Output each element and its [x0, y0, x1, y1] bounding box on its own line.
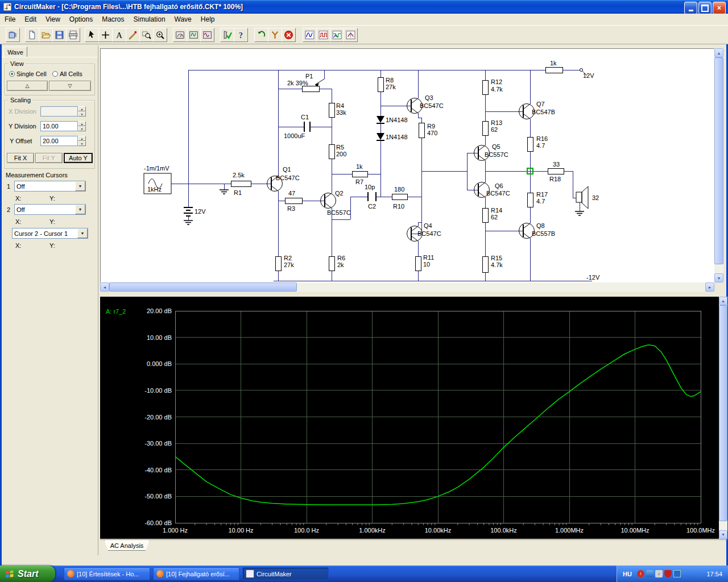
diode-symbol[interactable] [377, 133, 384, 140]
y-division-input[interactable] [40, 121, 78, 131]
resistor-symbol[interactable] [482, 80, 488, 94]
open-button[interactable] [39, 28, 53, 42]
text-button[interactable]: A [112, 28, 126, 42]
signal-generator-button[interactable] [200, 28, 214, 42]
resistor-symbol[interactable] [329, 144, 334, 159]
minimize-button[interactable] [684, 2, 697, 14]
resistor-symbol[interactable] [482, 208, 488, 222]
probe-tool-button[interactable] [268, 28, 282, 42]
y-division-spinner[interactable]: ▲▼ [78, 121, 86, 131]
tray-volume-icon[interactable]: ♪ [655, 570, 663, 577]
cell-up-button[interactable]: △ [7, 81, 48, 91]
save-button[interactable] [52, 28, 67, 42]
spin-down-icon[interactable]: ▼ [78, 126, 86, 131]
potentiometer-wiper[interactable] [315, 79, 324, 85]
help-button[interactable]: ? [234, 28, 248, 42]
tray-security-alert-icon[interactable]: ! [637, 570, 644, 577]
menu-simulation[interactable]: Simulation [129, 14, 170, 23]
speaker-symbol[interactable] [576, 192, 582, 202]
resistor-symbol[interactable] [545, 67, 562, 73]
resistor-symbol[interactable] [482, 256, 488, 272]
y-offset-input[interactable] [40, 136, 78, 146]
resistor-symbol[interactable] [392, 194, 407, 199]
resistor-symbol[interactable] [352, 171, 367, 177]
run-simulation-button[interactable] [220, 28, 234, 42]
cell-down-button[interactable]: ▽ [49, 81, 91, 91]
resistor-symbol[interactable] [231, 181, 251, 186]
chevron-down-icon[interactable]: ▼ [75, 181, 85, 191]
y-offset-spinner[interactable]: ▲▼ [78, 136, 86, 146]
multimeter-button[interactable] [173, 28, 187, 42]
x-division-input[interactable] [40, 106, 78, 117]
scroll-up-icon[interactable]: ▲ [719, 297, 727, 305]
task-button-1[interactable]: [10] Értesítések - Ho... [64, 567, 150, 580]
start-button[interactable]: Start [0, 566, 55, 582]
cell-waveforms-button[interactable] [344, 28, 358, 42]
schematic-vscrollbar[interactable]: ▲ ▼ [714, 48, 723, 282]
stop-simulation-button[interactable] [282, 28, 296, 42]
junction-button[interactable] [98, 28, 113, 42]
resistor-symbol[interactable] [378, 77, 383, 92]
scroll-left-icon[interactable]: ◄ [100, 282, 109, 292]
spin-up-icon[interactable]: ▲ [78, 136, 86, 141]
diode-symbol[interactable] [377, 116, 384, 123]
parts-button[interactable] [6, 28, 20, 42]
radio-all-cells[interactable]: All Cells [52, 70, 82, 77]
scroll-down-icon[interactable]: ▼ [719, 530, 727, 539]
tray-antivirus-icon[interactable] [664, 570, 672, 577]
analog-waveforms-button[interactable] [303, 28, 317, 42]
resistor-symbol[interactable] [482, 121, 488, 135]
print-button[interactable] [66, 28, 80, 42]
fit-x-button[interactable]: Fit X [7, 153, 34, 163]
resistor-symbol[interactable] [419, 123, 424, 138]
x-division-spinner[interactable]: ▲▼ [78, 106, 86, 117]
select-button[interactable] [85, 28, 99, 42]
resistor-symbol[interactable] [275, 256, 281, 271]
close-button[interactable]: × [713, 2, 726, 14]
task-button-3[interactable]: CircuitMaker [242, 567, 329, 580]
menu-help[interactable]: Help [196, 14, 220, 23]
chevron-down-icon[interactable]: ▼ [77, 228, 88, 238]
new-button[interactable] [25, 28, 39, 42]
scroll-down-icon[interactable]: ▼ [714, 273, 723, 282]
auto-y-button[interactable]: Auto Y [64, 153, 93, 163]
hscroll-thumb[interactable] [109, 282, 297, 292]
wave-tab[interactable]: Wave [3, 47, 27, 57]
mixed-waveforms-button[interactable] [330, 28, 344, 42]
schematic-hscrollbar[interactable]: ◄ ► [100, 282, 714, 292]
probe-button[interactable] [126, 28, 140, 42]
resistor-symbol[interactable] [527, 193, 533, 207]
resistor-symbol[interactable] [302, 86, 319, 92]
spin-up-icon[interactable]: ▲ [78, 106, 86, 111]
cursor2-select[interactable]: Off ▼ [14, 204, 86, 215]
chevron-down-icon[interactable]: ▼ [75, 205, 85, 214]
menu-macros[interactable]: Macros [97, 14, 129, 23]
spin-down-icon[interactable]: ▼ [78, 141, 86, 146]
resistor-symbol[interactable] [285, 198, 302, 203]
menu-file[interactable]: File [0, 14, 20, 23]
tray-clock[interactable]: 17:54 [706, 571, 722, 577]
scroll-right-icon[interactable]: ► [705, 282, 714, 292]
language-indicator[interactable]: HU [623, 571, 632, 577]
resistor-symbol[interactable] [548, 168, 564, 174]
waveform-plot[interactable]: 20.00 dB10.00 dB0.000 dB-10.00 dB-20.00 … [100, 297, 719, 539]
schematic-canvas[interactable]: P12k 39%R433kC11000uFR5200R827k1N41481N4… [101, 49, 714, 282]
tray-network-icon[interactable] [673, 570, 681, 577]
resistor-symbol[interactable] [415, 256, 421, 271]
vscroll-thumb[interactable] [719, 305, 727, 521]
menu-view[interactable]: View [41, 14, 65, 23]
radio-single-cell[interactable]: Single Cell [9, 70, 47, 77]
scroll-up-icon[interactable]: ▲ [714, 48, 723, 57]
resistor-symbol[interactable] [329, 103, 334, 117]
fit-y-button[interactable]: Fit Y [35, 153, 63, 163]
resistor-symbol[interactable] [329, 256, 334, 271]
zoom-button[interactable] [153, 28, 167, 42]
zoom-window-button[interactable] [139, 28, 154, 42]
maximize-button[interactable] [698, 2, 712, 14]
spin-down-icon[interactable]: ▼ [78, 111, 86, 117]
oscilloscope-button[interactable] [187, 28, 201, 42]
spin-up-icon[interactable]: ▲ [78, 121, 86, 126]
resistor-symbol[interactable] [527, 137, 533, 151]
task-button-2[interactable]: [10] Fejhallgató erősí... [153, 567, 239, 580]
cursor1-select[interactable]: Off ▼ [14, 181, 86, 192]
